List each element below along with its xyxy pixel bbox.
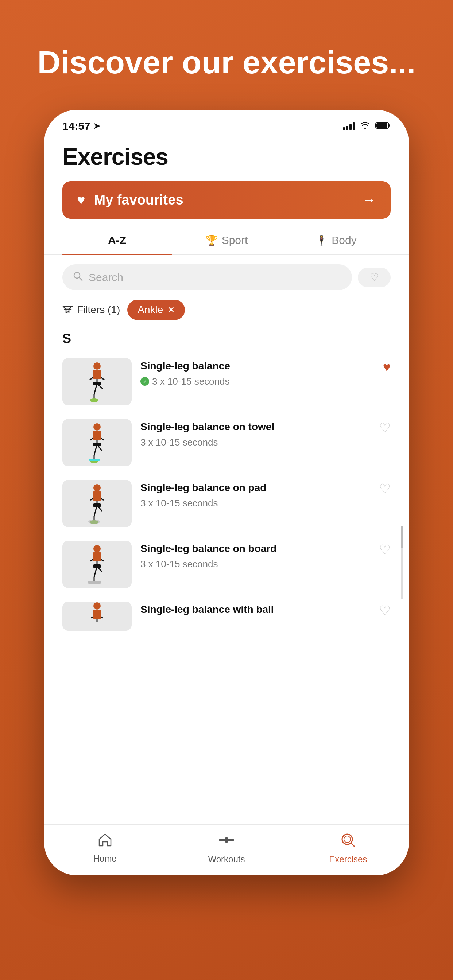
svg-rect-33 — [93, 492, 101, 501]
exercise-info: Single-leg balance ✓ 3 x 10-15 seconds — [140, 358, 391, 387]
tab-body[interactable]: 🕴 Body — [281, 226, 391, 255]
svg-rect-21 — [93, 442, 100, 446]
svg-rect-55 — [228, 839, 231, 841]
exercise-thumbnail — [62, 601, 132, 631]
list-item[interactable]: Single-leg balance with ball ♡ — [62, 595, 391, 637]
exercise-thumbnail — [62, 358, 132, 406]
check-icon: ✓ — [140, 377, 149, 386]
exercise-info: Single-leg balance on board 3 x 10-15 se… — [140, 541, 391, 570]
exercise-info: Single-leg balance with ball — [140, 601, 391, 619]
svg-point-58 — [344, 836, 351, 843]
tabs-container: A-Z 🏆 Sport 🕴 Body — [44, 226, 409, 255]
nav-item-exercises[interactable]: Exercises — [287, 832, 409, 864]
favourite-button[interactable]: ♡ — [379, 542, 391, 557]
nav-label-exercises: Exercises — [329, 854, 367, 864]
exercise-list: S — [44, 328, 409, 824]
body-icon: 🕴 — [315, 234, 328, 247]
section-letter: S — [62, 328, 391, 352]
exercise-thumbnail — [62, 480, 132, 527]
exercise-name: Single-leg balance with ball — [140, 603, 391, 616]
exercises-icon — [340, 832, 356, 851]
search-bar[interactable]: Search — [62, 264, 352, 290]
remove-filter-icon[interactable]: ✕ — [167, 305, 175, 315]
exercise-info: Single-leg balance on pad 3 x 10-15 seco… — [140, 480, 391, 509]
page-content: Exercises ♥ My favourites → A-Z 🏆 Sport … — [44, 136, 409, 875]
svg-rect-22 — [93, 431, 101, 440]
list-item[interactable]: Single-leg balance on towel 3 x 10-15 se… — [62, 412, 391, 473]
home-icon — [97, 832, 113, 851]
svg-point-4 — [93, 363, 100, 370]
exercise-thumbnail — [62, 541, 132, 588]
navigation-icon: ➤ — [93, 121, 100, 131]
page-header: Exercises — [44, 136, 409, 174]
list-item[interactable]: Single-leg balance on board 3 x 10-15 se… — [62, 534, 391, 595]
toggle-heart-icon: ♡ — [370, 271, 379, 283]
svg-rect-12 — [93, 370, 101, 379]
scroll-thumb — [401, 526, 403, 548]
phone-frame: 14:57 ➤ — [44, 110, 409, 875]
filter-label: Filters (1) — [77, 304, 120, 316]
ankle-filter-chip[interactable]: Ankle ✕ — [127, 300, 185, 320]
exercise-thumbnail — [62, 419, 132, 466]
svg-line-3 — [79, 277, 82, 280]
exercise-name: Single-leg balance — [140, 360, 391, 372]
exercise-sets: 3 x 10-15 seconds — [140, 558, 391, 570]
favourites-label: My favourites — [94, 192, 183, 208]
svg-rect-53 — [231, 838, 234, 842]
search-placeholder: Search — [89, 271, 123, 284]
signal-icon — [343, 122, 355, 130]
svg-rect-52 — [219, 838, 222, 842]
exercise-name: Single-leg balance on pad — [140, 481, 391, 495]
exercise-name: Single-leg balance on towel — [140, 420, 391, 433]
tab-sport[interactable]: 🏆 Sport — [172, 226, 281, 255]
svg-point-14 — [93, 423, 100, 431]
favourite-button[interactable]: ♡ — [379, 481, 391, 496]
nav-item-home[interactable]: Home — [44, 832, 166, 864]
battery-icon — [375, 121, 391, 131]
svg-point-25 — [93, 484, 100, 492]
favourite-button[interactable]: ♥ — [383, 360, 391, 375]
svg-line-59 — [351, 843, 355, 847]
tab-az[interactable]: A-Z — [62, 226, 172, 255]
page-title: Exercises — [62, 143, 391, 170]
heart-icon: ♥ — [77, 192, 85, 208]
nav-label-workouts: Workouts — [208, 854, 245, 864]
list-item[interactable]: Single-leg balance on pad 3 x 10-15 seco… — [62, 473, 391, 534]
favourites-button[interactable]: ♥ My favourites → — [62, 181, 391, 219]
filter-icon — [62, 305, 73, 315]
bottom-nav: Home Workouts — [44, 824, 409, 875]
exercise-image — [86, 544, 108, 584]
svg-rect-1 — [376, 123, 388, 127]
svg-point-35 — [88, 520, 100, 523]
trophy-icon: 🏆 — [205, 234, 218, 247]
svg-rect-11 — [93, 382, 100, 385]
svg-point-36 — [93, 545, 100, 552]
nav-label-home: Home — [93, 853, 117, 864]
favourite-toggle[interactable]: ♡ — [358, 267, 391, 287]
svg-rect-54 — [222, 839, 225, 841]
svg-rect-24 — [89, 459, 100, 461]
status-time: 14:57 ➤ — [62, 120, 100, 132]
filters-row: Filters (1) Ankle ✕ — [44, 300, 409, 328]
favourites-left: ♥ My favourites — [77, 192, 183, 208]
list-item[interactable]: Single-leg balance ✓ 3 x 10-15 seconds ♥ — [62, 352, 391, 412]
svg-rect-43 — [93, 565, 100, 568]
status-icons — [343, 121, 391, 131]
svg-point-47 — [93, 602, 100, 609]
svg-rect-56 — [225, 837, 228, 843]
wifi-icon — [360, 121, 370, 131]
svg-point-13 — [90, 398, 99, 402]
favourite-button[interactable]: ♡ — [379, 603, 391, 618]
hero-title: Discover our exercises... — [15, 44, 437, 81]
svg-rect-32 — [93, 503, 100, 507]
exercise-sets: 3 x 10-15 seconds — [140, 437, 391, 448]
svg-rect-51 — [93, 609, 101, 619]
nav-item-workouts[interactable]: Workouts — [166, 832, 287, 864]
exercise-name: Single-leg balance on board — [140, 542, 391, 555]
search-icon — [73, 271, 83, 284]
scroll-indicator — [401, 526, 403, 599]
exercise-image — [86, 423, 108, 463]
favourite-button[interactable]: ♡ — [379, 420, 391, 436]
filter-icon-wrap[interactable]: Filters (1) — [62, 304, 120, 316]
search-row: Search ♡ — [44, 255, 409, 300]
